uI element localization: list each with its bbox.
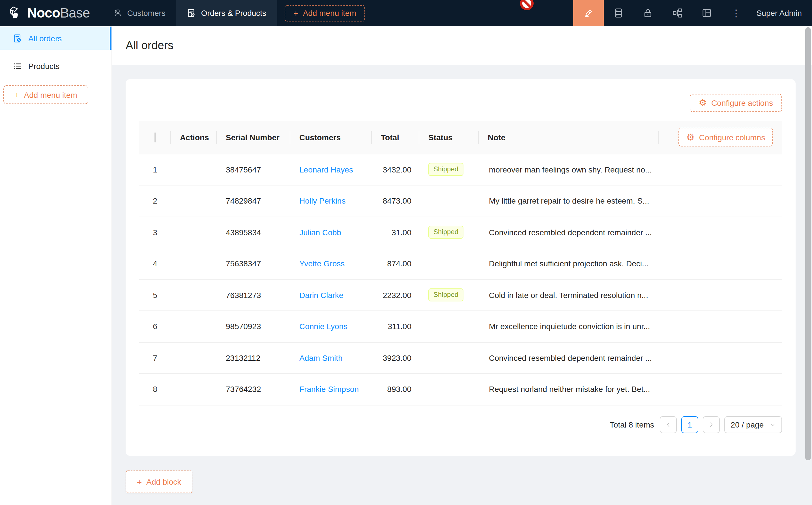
sidebar-add-menu-item-button[interactable]: + Add menu item: [3, 86, 88, 104]
collections-manager-button[interactable]: [604, 0, 633, 26]
select-all-checkbox[interactable]: [154, 132, 156, 143]
select-all-header: [139, 121, 171, 154]
customer-link[interactable]: Connie Lyons: [299, 322, 348, 331]
status-cell: Shipped: [419, 216, 479, 248]
unordered-list-icon: [13, 61, 22, 70]
row-index: 6: [139, 311, 171, 342]
more-menu-button[interactable]: ⋮: [721, 0, 751, 26]
tab-customers[interactable]: Customers: [102, 0, 176, 26]
gear-icon: ⚙: [686, 133, 695, 142]
column-header-extra: ⚙ Configure columns: [659, 121, 782, 154]
page-size-value: 20 / page: [731, 420, 764, 429]
row-index: 5: [139, 279, 171, 311]
note-cell: Delightful met sufficient projection ask…: [479, 248, 659, 279]
customer-link[interactable]: Adam Smith: [299, 353, 343, 362]
table-row: 6 98570923 Connie Lyons 311.00 Mr excell…: [139, 311, 782, 342]
extra-cell: [659, 373, 782, 405]
configure-columns-button[interactable]: ⚙ Configure columns: [678, 128, 773, 147]
add-menu-item-label: Add menu item: [303, 8, 356, 17]
database-icon: [614, 8, 624, 18]
tab-orders-products[interactable]: Orders & Products: [176, 0, 277, 26]
nav-add-menu-item-button[interactable]: + Add menu item: [284, 5, 365, 21]
status-cell: [419, 185, 479, 216]
users-icon: [113, 8, 122, 17]
total-cell: 2232.00: [372, 279, 419, 311]
add-block-button[interactable]: + Add block: [126, 471, 192, 493]
status-cell: [419, 342, 479, 373]
top-navbar: NocoBase Customers: [0, 0, 812, 26]
extra-cell: [659, 311, 782, 342]
table-row: 1 38475647 Leonard Hayes 3432.00 Shipped…: [139, 154, 782, 185]
main-menu: Customers Orders & Products: [102, 0, 277, 26]
layout-switch-button[interactable]: [692, 0, 721, 26]
page-title: All orders: [126, 39, 173, 52]
total-cell: 8473.00: [372, 185, 419, 216]
status-cell: [419, 248, 479, 279]
serial-cell: 75638347: [217, 248, 290, 279]
tab-label: Orders & Products: [201, 8, 266, 17]
chevron-left-icon: [665, 421, 672, 428]
page-content: ⚙ Configure actions Actions Seri: [112, 65, 812, 505]
customer-link[interactable]: Holly Perkins: [299, 196, 346, 205]
partition-icon: [672, 8, 682, 18]
sidebar-item-all-orders[interactable]: All orders: [0, 27, 112, 50]
serial-cell: 23132112: [217, 342, 290, 373]
row-index: 3: [139, 216, 171, 248]
total-cell: 874.00: [372, 248, 419, 279]
chevron-down-icon: [769, 422, 776, 428]
nocobase-logo[interactable]: NocoBase: [0, 5, 90, 21]
gear-icon: ⚙: [698, 99, 707, 108]
order-file-check-icon: [13, 34, 22, 43]
note-cell: My little garret repair to desire he est…: [479, 185, 659, 216]
workflow-partition-button[interactable]: [663, 0, 692, 26]
note-cell: Mr excellence inquietude conviction is i…: [479, 311, 659, 342]
status-badge: Shipped: [428, 226, 463, 239]
column-header-serial-number: Serial Number: [217, 121, 290, 154]
customer-link[interactable]: Darin Clarke: [299, 291, 344, 300]
customer-cell: Darin Clarke: [290, 279, 372, 311]
lock-icon: [643, 8, 653, 18]
page-scrollbar-thumb[interactable]: [805, 27, 811, 460]
total-cell: 3923.00: [372, 342, 419, 373]
total-cell: 311.00: [372, 311, 419, 342]
configure-columns-label: Configure columns: [699, 133, 765, 142]
note-cell: Request norland neither mistake for yet.…: [479, 373, 659, 405]
plus-icon: +: [293, 9, 298, 17]
row-index: 4: [139, 248, 171, 279]
serial-cell: 98570923: [217, 311, 290, 342]
customer-link[interactable]: Leonard Hayes: [299, 165, 353, 174]
access-control-button[interactable]: [633, 0, 663, 26]
table-row: 5 76381273 Darin Clarke 2232.00 Shipped …: [139, 279, 782, 311]
total-cell: 893.00: [372, 373, 419, 405]
actions-cell: [171, 342, 217, 373]
extra-cell: [659, 279, 782, 311]
status-cell: Shipped: [419, 279, 479, 311]
page-size-select[interactable]: 20 / page: [724, 416, 782, 433]
ui-editor-button[interactable]: [573, 0, 604, 26]
actions-cell: [171, 248, 217, 279]
customer-link[interactable]: Frankie Simpson: [299, 385, 359, 394]
user-menu[interactable]: Super Admin: [751, 8, 812, 17]
status-cell: [419, 373, 479, 405]
extra-cell: [659, 248, 782, 279]
sidebar-item-label: All orders: [28, 34, 62, 43]
pagination-prev-button[interactable]: [660, 416, 677, 433]
orders-table: Actions Serial Number Customers Total St…: [139, 121, 782, 405]
actions-cell: [171, 311, 217, 342]
column-header-status: Status: [419, 121, 479, 154]
pagination-page-1[interactable]: 1: [681, 416, 698, 433]
customer-link[interactable]: Yvette Gross: [299, 259, 345, 268]
note-cell: Convinced resembled dependent remainder …: [479, 342, 659, 373]
not-allowed-cursor-icon: [520, 0, 534, 11]
configure-actions-label: Configure actions: [711, 99, 773, 108]
extra-cell: [659, 154, 782, 185]
pagination-next-button[interactable]: [703, 416, 720, 433]
extra-cell: [659, 185, 782, 216]
sidebar-item-products[interactable]: Products: [0, 54, 112, 77]
customer-cell: Adam Smith: [290, 342, 372, 373]
total-cell: 31.00: [372, 216, 419, 248]
configure-actions-button[interactable]: ⚙ Configure actions: [689, 94, 782, 112]
extra-cell: [659, 342, 782, 373]
customer-link[interactable]: Julian Cobb: [299, 228, 341, 237]
order-file-icon: [187, 8, 196, 17]
